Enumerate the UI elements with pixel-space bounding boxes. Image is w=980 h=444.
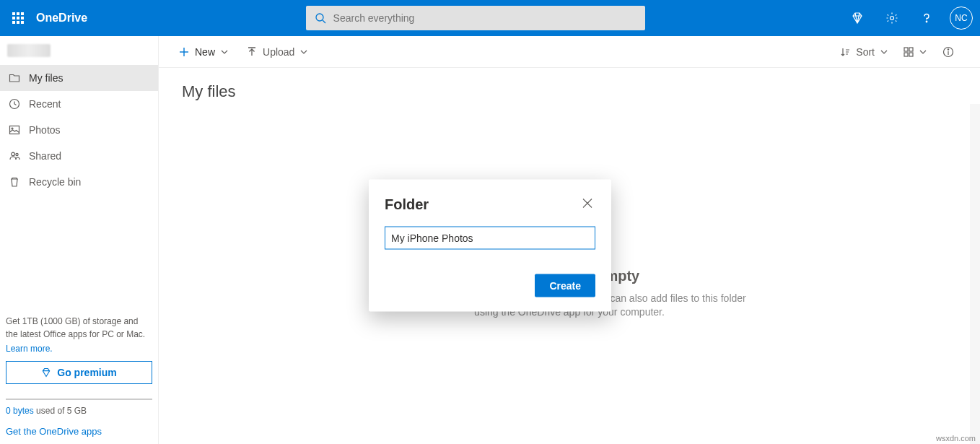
header-right: NC <box>841 0 980 36</box>
go-premium-label: Go premium <box>57 367 116 378</box>
search-icon <box>315 12 326 24</box>
sidebar-item-label: Recent <box>29 98 61 110</box>
sort-icon <box>840 47 850 57</box>
chevron-down-icon <box>880 48 888 56</box>
svg-point-6 <box>12 128 13 129</box>
sidebar-item-recent[interactable]: Recent <box>0 91 158 117</box>
diamond-icon <box>851 12 864 25</box>
user-name-redacted <box>7 44 51 57</box>
svg-point-0 <box>316 14 323 21</box>
sidebar-item-label: Recycle bin <box>29 176 81 188</box>
create-folder-dialog: Folder Create <box>369 180 611 312</box>
svg-rect-12 <box>909 48 913 51</box>
chevron-down-icon <box>221 48 228 56</box>
avatar[interactable]: NC <box>950 6 973 30</box>
premium-icon-button[interactable] <box>841 0 873 36</box>
gear-icon <box>885 12 898 25</box>
sidebar-item-photos[interactable]: Photos <box>0 117 158 143</box>
promo-text: Get 1TB (1000 GB) of storage and the lat… <box>6 315 152 341</box>
plus-icon <box>179 47 189 57</box>
sidebar-item-label: Shared <box>29 150 61 162</box>
upload-button[interactable]: Upload <box>244 42 310 62</box>
app-launcher-button[interactable] <box>0 0 36 36</box>
svg-point-8 <box>16 153 18 155</box>
clock-icon <box>9 98 20 110</box>
scrollbar[interactable] <box>970 104 980 444</box>
svg-rect-11 <box>904 48 908 51</box>
svg-point-17 <box>948 48 948 49</box>
learn-more-link[interactable]: Learn more. <box>6 344 152 354</box>
search-box[interactable] <box>306 6 645 30</box>
svg-point-7 <box>12 152 15 156</box>
svg-rect-13 <box>904 53 908 56</box>
folder-icon <box>9 72 20 84</box>
svg-rect-5 <box>10 126 19 134</box>
svg-point-2 <box>891 17 894 20</box>
chevron-down-icon <box>300 48 307 56</box>
brand-title[interactable]: OneDrive <box>36 12 109 25</box>
details-pane-button[interactable] <box>940 42 957 62</box>
svg-point-3 <box>926 21 927 22</box>
dialog-title: Folder <box>385 196 429 213</box>
page-title: My files <box>182 82 957 101</box>
settings-button[interactable] <box>876 0 908 36</box>
close-icon <box>582 199 592 209</box>
get-apps-link[interactable]: Get the OneDrive apps <box>6 426 152 437</box>
search-wrap <box>109 6 841 30</box>
create-button[interactable]: Create <box>535 274 595 297</box>
chevron-down-icon <box>919 48 927 56</box>
help-icon <box>920 12 933 25</box>
app-header: OneDrive NC <box>0 0 980 36</box>
search-input[interactable] <box>333 12 636 24</box>
svg-rect-14 <box>909 53 913 56</box>
upload-icon <box>247 47 257 57</box>
trash-icon <box>9 176 20 188</box>
sort-label: Sort <box>856 46 875 58</box>
user-tile[interactable] <box>0 36 158 65</box>
quota-total: used of 5 GB <box>34 406 87 416</box>
sidebar-bottom: Get 1TB (1000 GB) of storage and the lat… <box>0 308 158 444</box>
storage-quota: 0 bytes used of 5 GB <box>6 399 152 416</box>
nav-list: My files Recent Photos Shared Recycle bi… <box>0 65 158 195</box>
command-bar-right: Sort <box>837 42 957 62</box>
sidebar-item-recycle-bin[interactable]: Recycle bin <box>0 169 158 195</box>
image-icon <box>9 124 20 136</box>
upload-label: Upload <box>263 46 294 58</box>
quota-used[interactable]: 0 bytes <box>6 406 34 416</box>
sidebar: My files Recent Photos Shared Recycle bi… <box>0 36 159 444</box>
help-button[interactable] <box>911 0 942 36</box>
command-bar: New Upload Sort <box>159 36 980 68</box>
watermark: wsxdn.com <box>936 434 976 443</box>
sidebar-item-label: My files <box>29 72 63 84</box>
new-label: New <box>195 46 215 58</box>
info-icon <box>942 46 954 58</box>
close-button[interactable] <box>579 196 595 214</box>
folder-name-input[interactable] <box>385 227 595 250</box>
new-button[interactable]: New <box>176 42 231 62</box>
people-icon <box>9 150 20 162</box>
sidebar-item-label: Photos <box>29 124 61 136</box>
sidebar-item-shared[interactable]: Shared <box>0 143 158 169</box>
svg-line-1 <box>323 20 325 23</box>
go-premium-button[interactable]: Go premium <box>6 361 152 384</box>
waffle-icon <box>12 12 24 24</box>
diamond-icon <box>41 367 51 378</box>
sidebar-item-my-files[interactable]: My files <box>0 65 158 91</box>
sort-button[interactable]: Sort <box>837 42 891 62</box>
view-button[interactable] <box>901 43 929 61</box>
quota-bar <box>6 399 152 400</box>
tiles-icon <box>904 47 914 57</box>
